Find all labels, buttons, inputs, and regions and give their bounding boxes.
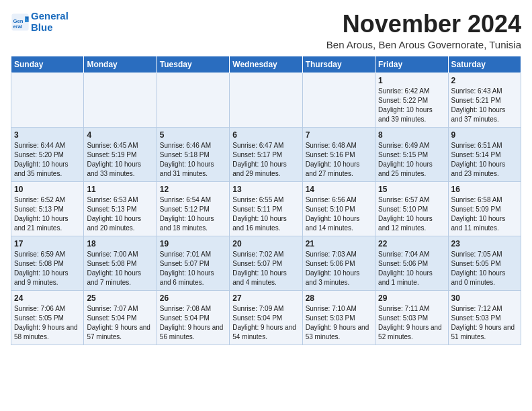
calendar-cell — [230, 73, 302, 127]
calendar-cell — [84, 73, 157, 127]
calendar-week-row: 24Sunrise: 7:06 AM Sunset: 5:05 PM Dayli… — [11, 290, 521, 345]
day-number: 4 — [87, 130, 153, 140]
day-info: Sunrise: 6:49 AM Sunset: 5:15 PM Dayligh… — [378, 141, 445, 179]
day-number: 27 — [232, 293, 299, 303]
calendar-body: 1Sunrise: 6:42 AM Sunset: 5:22 PM Daylig… — [11, 73, 521, 345]
month-title: November 2024 — [326, 11, 521, 38]
calendar-header: SundayMondayTuesdayWednesdayThursdayFrid… — [11, 56, 521, 73]
calendar-cell: 16Sunrise: 6:58 AM Sunset: 5:09 PM Dayli… — [448, 181, 521, 236]
svg-text:eral: eral — [13, 24, 23, 30]
day-info: Sunrise: 6:54 AM Sunset: 5:12 PM Dayligh… — [160, 195, 226, 233]
day-info: Sunrise: 7:04 AM Sunset: 5:06 PM Dayligh… — [378, 250, 445, 287]
day-info: Sunrise: 6:52 AM Sunset: 5:13 PM Dayligh… — [14, 195, 81, 233]
day-number: 5 — [160, 130, 226, 140]
weekday-header: Friday — [375, 56, 448, 73]
day-info: Sunrise: 7:11 AM Sunset: 5:03 PM Dayligh… — [378, 304, 445, 342]
calendar-cell: 27Sunrise: 7:09 AM Sunset: 5:04 PM Dayli… — [230, 290, 302, 345]
day-info: Sunrise: 7:08 AM Sunset: 5:04 PM Dayligh… — [160, 304, 226, 342]
day-info: Sunrise: 7:10 AM Sunset: 5:03 PM Dayligh… — [306, 304, 372, 342]
calendar-cell: 11Sunrise: 6:53 AM Sunset: 5:13 PM Dayli… — [84, 181, 157, 236]
day-number: 24 — [14, 293, 81, 303]
day-number: 13 — [232, 185, 299, 194]
day-number: 28 — [306, 293, 372, 303]
calendar-cell: 24Sunrise: 7:06 AM Sunset: 5:05 PM Dayli… — [11, 290, 84, 345]
day-info: Sunrise: 6:42 AM Sunset: 5:22 PM Dayligh… — [378, 87, 445, 124]
weekday-header: Sunday — [11, 56, 84, 73]
calendar-cell: 19Sunrise: 7:01 AM Sunset: 5:07 PM Dayli… — [157, 236, 229, 290]
calendar-cell: 2Sunrise: 6:43 AM Sunset: 5:21 PM Daylig… — [448, 73, 521, 127]
day-info: Sunrise: 6:56 AM Sunset: 5:10 PM Dayligh… — [306, 195, 372, 233]
title-block: November 2024 Ben Arous, Ben Arous Gover… — [326, 11, 521, 50]
day-number: 12 — [160, 185, 226, 194]
calendar-cell: 1Sunrise: 6:42 AM Sunset: 5:22 PM Daylig… — [375, 73, 448, 127]
logo: Gen eral General Blue — [11, 11, 69, 33]
logo-line2: Blue — [31, 22, 69, 34]
day-number: 11 — [87, 185, 153, 194]
calendar-cell: 13Sunrise: 6:55 AM Sunset: 5:11 PM Dayli… — [230, 181, 302, 236]
calendar-cell: 8Sunrise: 6:49 AM Sunset: 5:15 PM Daylig… — [375, 127, 448, 181]
calendar-cell: 17Sunrise: 6:59 AM Sunset: 5:08 PM Dayli… — [11, 236, 84, 290]
calendar-cell: 22Sunrise: 7:04 AM Sunset: 5:06 PM Dayli… — [375, 236, 448, 290]
day-info: Sunrise: 7:09 AM Sunset: 5:04 PM Dayligh… — [232, 304, 299, 342]
day-info: Sunrise: 6:45 AM Sunset: 5:19 PM Dayligh… — [87, 141, 153, 179]
day-number: 29 — [378, 293, 445, 303]
calendar-week-row: 10Sunrise: 6:52 AM Sunset: 5:13 PM Dayli… — [11, 181, 521, 236]
day-number: 18 — [87, 239, 153, 248]
calendar-week-row: 1Sunrise: 6:42 AM Sunset: 5:22 PM Daylig… — [11, 73, 521, 127]
day-number: 15 — [378, 185, 445, 194]
calendar-cell: 12Sunrise: 6:54 AM Sunset: 5:12 PM Dayli… — [157, 181, 229, 236]
day-info: Sunrise: 6:46 AM Sunset: 5:18 PM Dayligh… — [160, 141, 226, 179]
day-info: Sunrise: 6:53 AM Sunset: 5:13 PM Dayligh… — [87, 195, 153, 233]
day-number: 10 — [14, 185, 81, 194]
day-info: Sunrise: 6:57 AM Sunset: 5:10 PM Dayligh… — [378, 195, 445, 233]
calendar-cell: 5Sunrise: 6:46 AM Sunset: 5:18 PM Daylig… — [157, 127, 229, 181]
day-info: Sunrise: 6:51 AM Sunset: 5:14 PM Dayligh… — [451, 141, 518, 179]
calendar-cell — [157, 73, 229, 127]
day-info: Sunrise: 7:12 AM Sunset: 5:03 PM Dayligh… — [451, 304, 518, 342]
weekday-header: Saturday — [448, 56, 521, 73]
calendar-table: SundayMondayTuesdayWednesdayThursdayFrid… — [11, 56, 521, 345]
day-number: 19 — [160, 239, 226, 248]
weekday-header: Wednesday — [230, 56, 302, 73]
calendar-cell: 6Sunrise: 6:47 AM Sunset: 5:17 PM Daylig… — [230, 127, 302, 181]
day-number: 25 — [87, 293, 153, 303]
day-info: Sunrise: 6:47 AM Sunset: 5:17 PM Dayligh… — [232, 141, 299, 179]
day-info: Sunrise: 7:01 AM Sunset: 5:07 PM Dayligh… — [160, 250, 226, 287]
day-number: 1 — [378, 76, 445, 85]
calendar-cell: 7Sunrise: 6:48 AM Sunset: 5:16 PM Daylig… — [302, 127, 375, 181]
day-info: Sunrise: 6:43 AM Sunset: 5:21 PM Dayligh… — [451, 87, 518, 124]
day-number: 3 — [14, 130, 81, 140]
calendar-week-row: 17Sunrise: 6:59 AM Sunset: 5:08 PM Dayli… — [11, 236, 521, 290]
day-number: 16 — [451, 185, 518, 194]
day-info: Sunrise: 6:55 AM Sunset: 5:11 PM Dayligh… — [232, 195, 299, 233]
calendar-cell: 4Sunrise: 6:45 AM Sunset: 5:19 PM Daylig… — [84, 127, 157, 181]
day-info: Sunrise: 6:44 AM Sunset: 5:20 PM Dayligh… — [14, 141, 81, 179]
day-info: Sunrise: 6:59 AM Sunset: 5:08 PM Dayligh… — [14, 250, 81, 287]
day-number: 20 — [232, 239, 299, 248]
calendar-cell: 26Sunrise: 7:08 AM Sunset: 5:04 PM Dayli… — [157, 290, 229, 345]
calendar-cell: 3Sunrise: 6:44 AM Sunset: 5:20 PM Daylig… — [11, 127, 84, 181]
calendar-cell: 14Sunrise: 6:56 AM Sunset: 5:10 PM Dayli… — [302, 181, 375, 236]
weekday-header: Monday — [84, 56, 157, 73]
day-info: Sunrise: 6:58 AM Sunset: 5:09 PM Dayligh… — [451, 195, 518, 233]
calendar-cell: 20Sunrise: 7:02 AM Sunset: 5:07 PM Dayli… — [230, 236, 302, 290]
day-number: 7 — [306, 130, 372, 140]
day-number: 6 — [232, 130, 299, 140]
logo-line1: General — [31, 11, 69, 22]
day-number: 30 — [451, 293, 518, 303]
weekday-header: Tuesday — [157, 56, 229, 73]
calendar-cell: 23Sunrise: 7:05 AM Sunset: 5:05 PM Dayli… — [448, 236, 521, 290]
day-info: Sunrise: 7:06 AM Sunset: 5:05 PM Dayligh… — [14, 304, 81, 342]
day-number: 14 — [306, 185, 372, 194]
logo-icon: Gen eral — [11, 13, 30, 32]
day-number: 26 — [160, 293, 226, 303]
day-info: Sunrise: 7:02 AM Sunset: 5:07 PM Dayligh… — [232, 250, 299, 287]
calendar-cell — [11, 73, 84, 127]
day-info: Sunrise: 7:00 AM Sunset: 5:08 PM Dayligh… — [87, 250, 153, 287]
day-number: 9 — [451, 130, 518, 140]
day-number: 17 — [14, 239, 81, 248]
calendar-week-row: 3Sunrise: 6:44 AM Sunset: 5:20 PM Daylig… — [11, 127, 521, 181]
day-info: Sunrise: 7:03 AM Sunset: 5:06 PM Dayligh… — [306, 250, 372, 287]
calendar-cell — [302, 73, 375, 127]
calendar-cell: 28Sunrise: 7:10 AM Sunset: 5:03 PM Dayli… — [302, 290, 375, 345]
